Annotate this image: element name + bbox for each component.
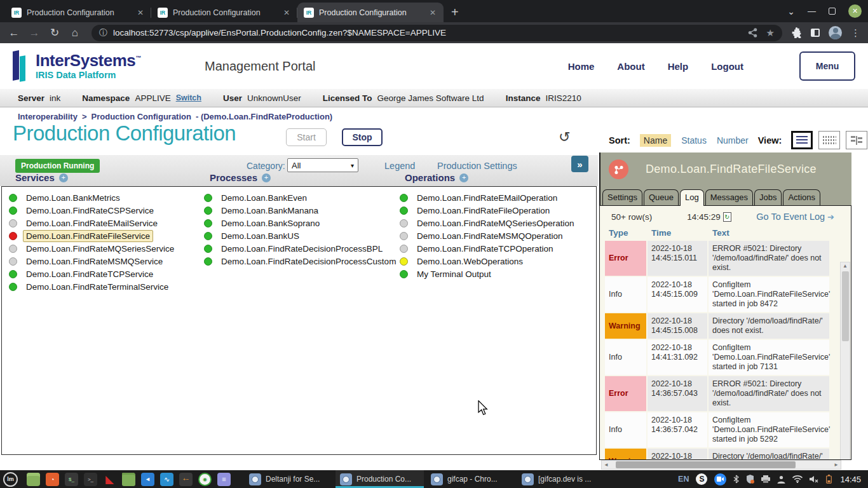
item-name[interactable]: Demo.Loan.FindRateEMailService <box>23 217 161 229</box>
menu-button[interactable]: Menu <box>799 51 855 81</box>
log-row[interactable]: Info 2022-10-18 14:41:31.092 ConfigItem … <box>605 340 836 376</box>
view-mode-icon[interactable] <box>846 131 867 149</box>
item-name[interactable]: Demo.Loan.FindRateMSMQService <box>23 255 166 268</box>
category-select[interactable]: All ▾ <box>287 158 358 172</box>
log-row[interactable]: Info 2022-10-18 14:45:15.009 ConfigItem … <box>605 277 836 313</box>
panel-tab[interactable]: Actions <box>783 189 820 206</box>
operation-item[interactable]: My Terminal Output <box>400 268 592 280</box>
site-info-icon[interactable]: ⓘ <box>99 27 107 39</box>
panel-tab[interactable]: Messages <box>705 189 753 206</box>
user-accounts-icon[interactable] <box>777 475 785 484</box>
log-row[interactable]: Warning 2022-10-18 14:36:57.041 Director… <box>605 449 836 460</box>
back-icon[interactable]: ← <box>6 27 22 39</box>
stop-button[interactable]: Stop <box>342 128 383 146</box>
item-name[interactable]: Demo.Loan.FindRateEMailOperation <box>414 192 560 204</box>
profile-avatar[interactable] <box>829 26 842 39</box>
browser-tab[interactable]: IR Production Configuration ✕ <box>151 3 297 22</box>
new-tab-button[interactable]: + <box>451 6 459 18</box>
item-name[interactable]: Demo.Loan.FindRateFileService <box>23 230 153 242</box>
operation-item[interactable]: Demo.Loan.WebOperations <box>400 255 592 268</box>
operation-item[interactable]: Demo.Loan.FindRateFileOperation <box>400 204 592 217</box>
wifi-icon[interactable] <box>792 475 803 483</box>
page-refresh-icon[interactable]: ↻ <box>559 129 570 146</box>
home-icon[interactable]: ⌂ <box>67 27 83 39</box>
go-to-event-log-link[interactable]: Go To Event Log➔ <box>756 212 834 222</box>
nav-about-link[interactable]: About <box>617 61 644 72</box>
legend-link[interactable]: Legend <box>384 161 415 171</box>
taskbar-window-button[interactable]: gifcap - Chro... <box>426 470 515 488</box>
service-item[interactable]: Demo.Loan.FindRateEMailService <box>9 217 200 229</box>
taskbar-app-icon[interactable]: ◄ <box>141 473 154 486</box>
item-name[interactable]: Demo.Loan.FindRateFileOperation <box>414 205 553 217</box>
extensions-puzzle-icon[interactable] <box>791 27 802 38</box>
sort-option[interactable]: Status <box>681 135 707 146</box>
breadcrumb-interoperability-link[interactable]: Interoperability <box>18 112 78 121</box>
switch-link[interactable]: Switch <box>176 93 201 102</box>
view-mode-icon[interactable] <box>791 131 813 149</box>
add-process-button[interactable]: + <box>262 173 271 182</box>
taskbar-app-icon[interactable] <box>27 473 40 486</box>
process-item[interactable]: Demo.Loan.BankUS <box>204 229 396 242</box>
item-name[interactable]: Demo.Loan.BankSoprano <box>218 217 323 229</box>
service-item[interactable]: Demo.Loan.FindRateTerminalService <box>9 280 200 293</box>
bluetooth-icon[interactable] <box>733 475 739 484</box>
add-service-button[interactable]: + <box>59 173 68 182</box>
window-close-button[interactable]: ✕ <box>848 4 862 18</box>
security-shield-icon[interactable] <box>746 475 754 484</box>
item-name[interactable]: Demo.Loan.FindRateTerminalService <box>23 281 172 293</box>
log-row[interactable]: Warning 2022-10-18 14:45:15.008 Director… <box>605 313 836 340</box>
item-name[interactable]: Demo.Loan.BankEven <box>218 192 310 204</box>
item-name[interactable]: Demo.Loan.FindRateTCPOperation <box>414 243 557 255</box>
log-row[interactable]: Error 2022-10-18 14:36:57.043 ERROR #502… <box>605 376 836 412</box>
item-name[interactable]: Demo.Loan.FindRateDecisionProcessCustom <box>218 255 399 268</box>
scroll-right-icon[interactable]: ► <box>832 462 841 468</box>
operation-item[interactable]: Demo.Loan.FindRateMSMQOperation <box>400 229 592 242</box>
item-name[interactable]: Demo.Loan.FindRateMSMQOperation <box>414 230 566 242</box>
browser-menu-kebab-icon[interactable]: ⋮ <box>851 27 860 39</box>
forward-icon[interactable]: → <box>27 27 42 39</box>
bookmark-star-icon[interactable]: ★ <box>766 27 775 39</box>
tab-search-chevron-icon[interactable]: ⌄ <box>787 6 795 17</box>
tab-close-icon[interactable]: ✕ <box>282 8 291 17</box>
item-name[interactable]: Demo.Loan.WebOperations <box>414 255 526 268</box>
taskbar-app-icon[interactable]: >_ <box>84 473 97 486</box>
taskbar-app-icon[interactable] <box>122 473 135 486</box>
nav-home-link[interactable]: Home <box>568 61 595 72</box>
share-icon[interactable] <box>748 28 757 37</box>
skype-tray-icon[interactable]: S <box>696 473 707 485</box>
taskbar-clock[interactable]: 14:45 <box>840 475 861 484</box>
item-name[interactable]: Demo.Loan.FindRateTCPService <box>23 268 156 280</box>
service-item[interactable]: Demo.Loan.BankMetrics <box>9 191 200 204</box>
scroll-left-icon[interactable]: ◄ <box>602 462 611 468</box>
log-row[interactable]: Info 2022-10-18 14:36:57.042 ConfigItem … <box>605 412 836 449</box>
sort-option[interactable]: Number <box>717 135 749 146</box>
taskbar-app-icon[interactable]: ◉ <box>198 473 212 486</box>
process-item[interactable]: Demo.Loan.FindRateDecisionProcessCustom <box>204 255 396 268</box>
volume-muted-icon[interactable] <box>810 475 819 483</box>
mint-menu-button[interactable]: lm <box>3 472 18 487</box>
log-row[interactable]: Error 2022-10-18 14:45:15.011 ERROR #502… <box>605 241 836 277</box>
item-name[interactable]: Demo.Loan.FindRateMQSeriesService <box>23 243 177 255</box>
taskbar-window-button[interactable]: [gifcap.dev is ... <box>517 470 606 488</box>
view-mode-icon[interactable] <box>818 131 840 149</box>
item-name[interactable]: Demo.Loan.BankMetrics <box>23 192 123 204</box>
production-settings-link[interactable]: Production Settings <box>437 161 517 171</box>
side-panel-icon[interactable] <box>811 29 820 37</box>
panel-horizontal-scrollbar[interactable]: ◄ ► <box>601 460 841 470</box>
start-button[interactable]: Start <box>286 128 327 146</box>
taskbar-app-icon[interactable]: +− <box>179 473 193 486</box>
process-item[interactable]: Demo.Loan.FindRateDecisionProcessBPL <box>204 242 396 255</box>
address-bar[interactable]: ⓘ localhost:52773/csp/applive/EnsPortal.… <box>92 25 782 41</box>
scrollbar-thumb[interactable] <box>842 271 849 341</box>
taskbar-app-icon[interactable]: ◔ <box>46 473 59 486</box>
service-item[interactable]: Demo.Loan.FindRateMSMQService <box>9 255 200 268</box>
printer-icon[interactable] <box>761 475 770 483</box>
expand-panel-button[interactable]: » <box>571 156 588 172</box>
window-minimize-button[interactable]: — <box>808 6 816 16</box>
item-name[interactable]: Demo.Loan.FindRateMQSeriesOperation <box>414 217 578 229</box>
nav-help-link[interactable]: Help <box>668 61 689 72</box>
process-item[interactable]: Demo.Loan.BankSoprano <box>204 217 396 229</box>
item-name[interactable]: Demo.Loan.BankUS <box>218 230 302 242</box>
scrollbar-thumb[interactable] <box>616 461 796 468</box>
item-name[interactable]: Demo.Loan.FindRateDecisionProcessBPL <box>218 243 386 255</box>
